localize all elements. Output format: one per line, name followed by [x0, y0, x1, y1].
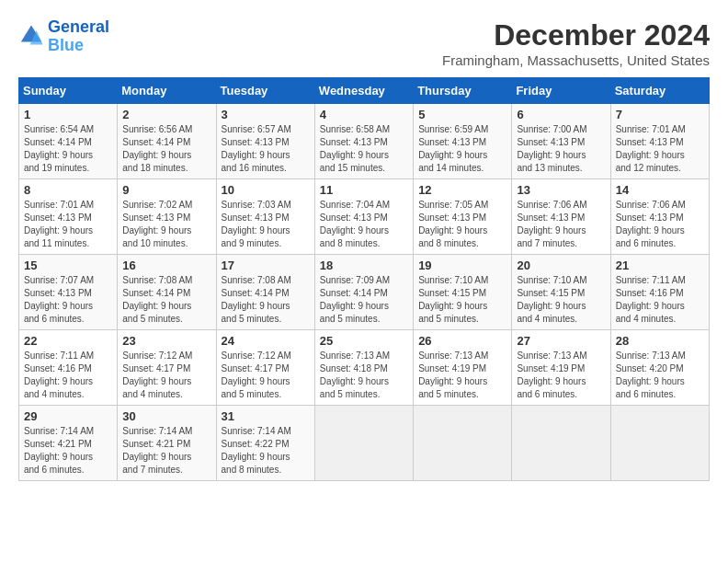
day-number: 30 [122, 409, 210, 423]
day-info: Sunrise: 7:12 AMSunset: 4:17 PMDaylight:… [122, 350, 210, 401]
day-number: 17 [222, 259, 310, 272]
header: General Blue December 2024 Framingham, M… [18, 18, 710, 68]
day-info: Sunrise: 7:05 AMSunset: 4:13 PMDaylight:… [418, 199, 506, 250]
logo-text: General Blue [48, 18, 109, 55]
day-number: 27 [517, 334, 605, 348]
calendar-cell [512, 406, 610, 481]
day-info: Sunrise: 7:13 AMSunset: 4:19 PMDaylight:… [418, 350, 506, 401]
calendar-cell: 16 Sunrise: 7:08 AMSunset: 4:14 PMDaylig… [118, 255, 216, 330]
day-info: Sunrise: 7:01 AMSunset: 4:13 PMDaylight:… [616, 123, 704, 175]
calendar-cell: 13 Sunrise: 7:06 AMSunset: 4:13 PMDaylig… [512, 179, 610, 255]
day-info: Sunrise: 7:13 AMSunset: 4:20 PMDaylight:… [616, 350, 704, 401]
day-number: 9 [122, 183, 210, 197]
day-info: Sunrise: 7:09 AMSunset: 4:14 PMDaylight:… [320, 274, 408, 326]
calendar-cell: 23 Sunrise: 7:12 AMSunset: 4:17 PMDaylig… [118, 330, 216, 406]
calendar-cell: 29 Sunrise: 7:14 AMSunset: 4:21 PMDaylig… [19, 406, 118, 481]
calendar-cell: 30 Sunrise: 7:14 AMSunset: 4:21 PMDaylig… [118, 406, 216, 481]
day-number: 12 [418, 183, 506, 197]
calendar-cell: 12 Sunrise: 7:05 AMSunset: 4:13 PMDaylig… [414, 179, 512, 255]
calendar-cell: 20 Sunrise: 7:10 AMSunset: 4:15 PMDaylig… [512, 255, 610, 330]
day-info: Sunrise: 7:13 AMSunset: 4:18 PMDaylight:… [320, 350, 408, 401]
calendar-cell: 6 Sunrise: 7:00 AMSunset: 4:13 PMDayligh… [512, 104, 610, 179]
day-info: Sunrise: 7:13 AMSunset: 4:19 PMDaylight:… [517, 350, 605, 401]
day-number: 21 [616, 259, 704, 272]
calendar-cell [414, 406, 512, 481]
calendar-table: SundayMondayTuesdayWednesdayThursdayFrid… [18, 77, 710, 481]
logo: General Blue [18, 18, 109, 55]
calendar-cell: 1 Sunrise: 6:54 AMSunset: 4:14 PMDayligh… [19, 104, 118, 179]
day-info: Sunrise: 7:01 AMSunset: 4:13 PMDaylight:… [24, 199, 112, 250]
day-number: 5 [418, 108, 506, 121]
calendar-cell: 14 Sunrise: 7:06 AMSunset: 4:13 PMDaylig… [610, 179, 709, 255]
day-number: 10 [222, 183, 310, 197]
day-number: 28 [616, 334, 704, 348]
day-info: Sunrise: 7:10 AMSunset: 4:15 PMDaylight:… [418, 274, 506, 326]
calendar-cell: 11 Sunrise: 7:04 AMSunset: 4:13 PMDaylig… [314, 179, 413, 255]
calendar-cell: 21 Sunrise: 7:11 AMSunset: 4:16 PMDaylig… [610, 255, 709, 330]
weekday-header: Monday [118, 78, 216, 104]
day-info: Sunrise: 7:07 AMSunset: 4:13 PMDaylight:… [24, 274, 112, 326]
calendar-cell: 5 Sunrise: 6:59 AMSunset: 4:13 PMDayligh… [414, 104, 512, 179]
day-number: 24 [222, 334, 310, 348]
day-info: Sunrise: 7:14 AMSunset: 4:21 PMDaylight:… [24, 425, 112, 477]
calendar-cell: 7 Sunrise: 7:01 AMSunset: 4:13 PMDayligh… [610, 104, 709, 179]
calendar-cell: 18 Sunrise: 7:09 AMSunset: 4:14 PMDaylig… [314, 255, 413, 330]
day-number: 20 [517, 259, 605, 272]
day-number: 13 [517, 183, 605, 197]
day-info: Sunrise: 7:02 AMSunset: 4:13 PMDaylight:… [122, 199, 210, 250]
day-number: 2 [122, 108, 210, 121]
calendar-cell: 10 Sunrise: 7:03 AMSunset: 4:13 PMDaylig… [216, 179, 314, 255]
day-number: 11 [320, 183, 408, 197]
day-info: Sunrise: 6:56 AMSunset: 4:14 PMDaylight:… [122, 123, 210, 175]
calendar-cell: 31 Sunrise: 7:14 AMSunset: 4:22 PMDaylig… [216, 406, 314, 481]
day-info: Sunrise: 6:57 AMSunset: 4:13 PMDaylight:… [222, 123, 310, 175]
day-number: 29 [24, 409, 112, 423]
day-number: 7 [616, 108, 704, 121]
calendar-cell: 9 Sunrise: 7:02 AMSunset: 4:13 PMDayligh… [118, 179, 216, 255]
day-info: Sunrise: 7:04 AMSunset: 4:13 PMDaylight:… [320, 199, 408, 250]
weekday-header: Wednesday [314, 78, 413, 104]
calendar-week-row: 1 Sunrise: 6:54 AMSunset: 4:14 PMDayligh… [19, 104, 710, 179]
calendar-week-row: 15 Sunrise: 7:07 AMSunset: 4:13 PMDaylig… [19, 255, 710, 330]
logo-icon [18, 24, 44, 50]
calendar-cell: 17 Sunrise: 7:08 AMSunset: 4:14 PMDaylig… [216, 255, 314, 330]
calendar-subtitle: Framingham, Massachusetts, United States [442, 52, 710, 68]
day-info: Sunrise: 7:06 AMSunset: 4:13 PMDaylight:… [517, 199, 605, 250]
calendar-cell: 4 Sunrise: 6:58 AMSunset: 4:13 PMDayligh… [314, 104, 413, 179]
day-info: Sunrise: 7:12 AMSunset: 4:17 PMDaylight:… [222, 350, 310, 401]
day-number: 22 [24, 334, 112, 348]
weekday-header: Sunday [19, 78, 118, 104]
calendar-cell: 15 Sunrise: 7:07 AMSunset: 4:13 PMDaylig… [19, 255, 118, 330]
day-info: Sunrise: 7:10 AMSunset: 4:15 PMDaylight:… [517, 274, 605, 326]
day-number: 6 [517, 108, 605, 121]
calendar-cell: 24 Sunrise: 7:12 AMSunset: 4:17 PMDaylig… [216, 330, 314, 406]
day-info: Sunrise: 7:08 AMSunset: 4:14 PMDaylight:… [122, 274, 210, 326]
day-info: Sunrise: 6:54 AMSunset: 4:14 PMDaylight:… [24, 123, 112, 175]
day-info: Sunrise: 6:58 AMSunset: 4:13 PMDaylight:… [320, 123, 408, 175]
day-info: Sunrise: 7:03 AMSunset: 4:13 PMDaylight:… [222, 199, 310, 250]
day-number: 25 [320, 334, 408, 348]
calendar-cell: 3 Sunrise: 6:57 AMSunset: 4:13 PMDayligh… [216, 104, 314, 179]
day-info: Sunrise: 7:00 AMSunset: 4:13 PMDaylight:… [517, 123, 605, 175]
calendar-title: December 2024 [442, 18, 710, 52]
day-info: Sunrise: 6:59 AMSunset: 4:13 PMDaylight:… [418, 123, 506, 175]
weekday-header: Friday [512, 78, 610, 104]
calendar-cell: 2 Sunrise: 6:56 AMSunset: 4:14 PMDayligh… [118, 104, 216, 179]
calendar-cell [314, 406, 413, 481]
calendar-cell: 26 Sunrise: 7:13 AMSunset: 4:19 PMDaylig… [414, 330, 512, 406]
day-number: 16 [122, 259, 210, 272]
day-info: Sunrise: 7:11 AMSunset: 4:16 PMDaylight:… [616, 274, 704, 326]
day-number: 14 [616, 183, 704, 197]
weekday-header: Thursday [414, 78, 512, 104]
weekday-header: Saturday [610, 78, 709, 104]
day-number: 4 [320, 108, 408, 121]
calendar-week-row: 29 Sunrise: 7:14 AMSunset: 4:21 PMDaylig… [19, 406, 710, 481]
calendar-cell: 22 Sunrise: 7:11 AMSunset: 4:16 PMDaylig… [19, 330, 118, 406]
weekday-header: Tuesday [216, 78, 314, 104]
calendar-cell: 19 Sunrise: 7:10 AMSunset: 4:15 PMDaylig… [414, 255, 512, 330]
day-number: 3 [222, 108, 310, 121]
calendar-week-row: 8 Sunrise: 7:01 AMSunset: 4:13 PMDayligh… [19, 179, 710, 255]
day-number: 19 [418, 259, 506, 272]
calendar-cell [610, 406, 709, 481]
calendar-cell: 27 Sunrise: 7:13 AMSunset: 4:19 PMDaylig… [512, 330, 610, 406]
